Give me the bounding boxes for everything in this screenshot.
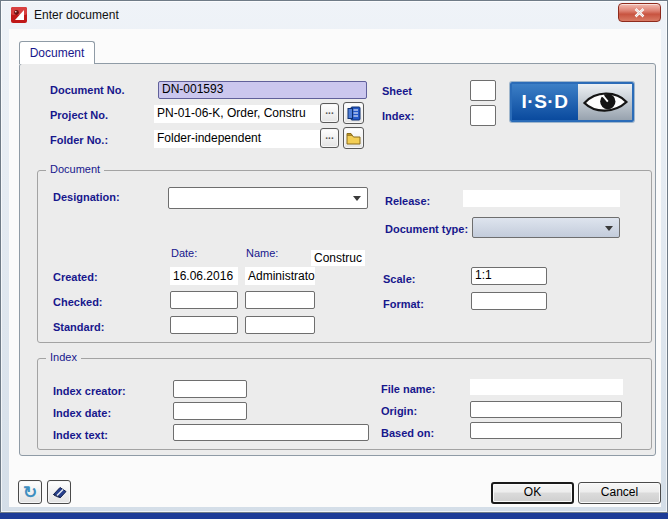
eraser-icon [51,484,68,500]
designation-label: Designation: [53,191,120,203]
refresh-button[interactable]: ↻ [18,480,42,504]
folder-select-button[interactable] [343,127,364,149]
screen: Enter document Document Document No. DN-… [0,0,668,519]
checked-name-field[interactable] [245,291,315,309]
index-label: Index: [382,110,414,122]
origin-field[interactable] [470,401,622,418]
titlebar[interactable]: Enter document [1,1,667,29]
document-group: Document Designation: Release: Document … [37,170,652,343]
based-on-field[interactable] [470,422,622,439]
document-blue-icon [347,106,361,121]
release-label: Release: [385,195,430,207]
tab-document[interactable]: Document [19,41,95,64]
document-type-label: Document type: [385,223,468,235]
index-text-label: Index text: [53,429,108,441]
created-name-field[interactable]: Administrato [245,267,315,285]
standard-label: Standard: [53,321,104,333]
isd-eye-icon [578,84,632,120]
designation-value [169,191,172,205]
clear-fields-button[interactable] [47,480,71,504]
designation-combobox[interactable] [168,187,368,209]
project-browse-button[interactable]: ... [320,103,339,123]
chevron-down-icon [605,226,613,231]
origin-label: Origin: [381,405,417,417]
index-creator-label: Index creator: [53,385,126,397]
index-group: Index Index creator: Index date: Index t… [37,358,652,450]
file-name-label: File name: [381,383,435,395]
folder-browse-button[interactable]: ... [320,128,339,148]
project-no-label: Project No. [50,109,108,121]
release-field[interactable] [463,190,620,207]
created-label: Created: [53,271,98,283]
isd-logo: I·S·D [510,82,634,122]
document-type-value [473,221,476,235]
background-strip [0,513,668,519]
close-button[interactable] [618,3,661,22]
format-field[interactable] [471,292,547,310]
checked-label: Checked: [53,296,103,308]
project-catalog-button[interactable] [343,102,364,124]
index-date-field[interactable] [173,402,247,420]
name-column-header: Name: [246,247,278,259]
index-date-label: Index date: [53,407,111,419]
created-date-field[interactable]: 16.06.2016 [170,267,238,285]
format-label: Format: [383,298,424,310]
window-title: Enter document [34,8,119,22]
chevron-down-icon [353,196,361,201]
based-on-label: Based on: [381,427,434,439]
scale-field[interactable]: 1:1 [471,267,547,285]
ok-button[interactable]: OK [491,482,574,504]
document-group-title: Document [46,163,104,175]
folder-icon [346,132,361,145]
date-column-header: Date: [171,247,197,259]
index-text-field[interactable] [173,424,369,441]
tab-page-document: Document No. DN-001593 Sheet I·S·D [19,63,656,456]
dialog-body: Document Document No. DN-001593 Sheet I·… [9,29,661,507]
document-no-label: Document No. [50,84,125,96]
file-name-field[interactable] [470,379,623,395]
index-creator-field[interactable] [173,380,247,398]
project-no-field[interactable]: PN-01-06-K, Order, Constru [154,105,320,123]
index-group-title: Index [46,351,81,363]
folder-no-field[interactable]: Folder-independent [154,130,320,148]
folder-no-label: Folder No.: [50,134,108,146]
sheet-field[interactable] [470,80,496,101]
standard-date-field[interactable] [170,316,238,334]
scale-label: Scale: [383,273,415,285]
cancel-button[interactable]: Cancel [578,482,661,504]
checked-date-field[interactable] [170,291,238,309]
refresh-icon: ↻ [23,484,37,501]
close-icon [634,8,645,18]
isd-logo-text: I·S·D [512,84,578,120]
document-no-field[interactable]: DN-001593 [158,81,367,99]
sheet-label: Sheet [382,85,412,97]
standard-name-field[interactable] [245,316,315,334]
app-icon [11,7,27,23]
dialog-window: Enter document Document Document No. DN-… [0,0,668,513]
name-tooltip: Construc [311,250,365,266]
document-type-combobox[interactable] [472,217,620,238]
index-field[interactable] [470,105,496,126]
